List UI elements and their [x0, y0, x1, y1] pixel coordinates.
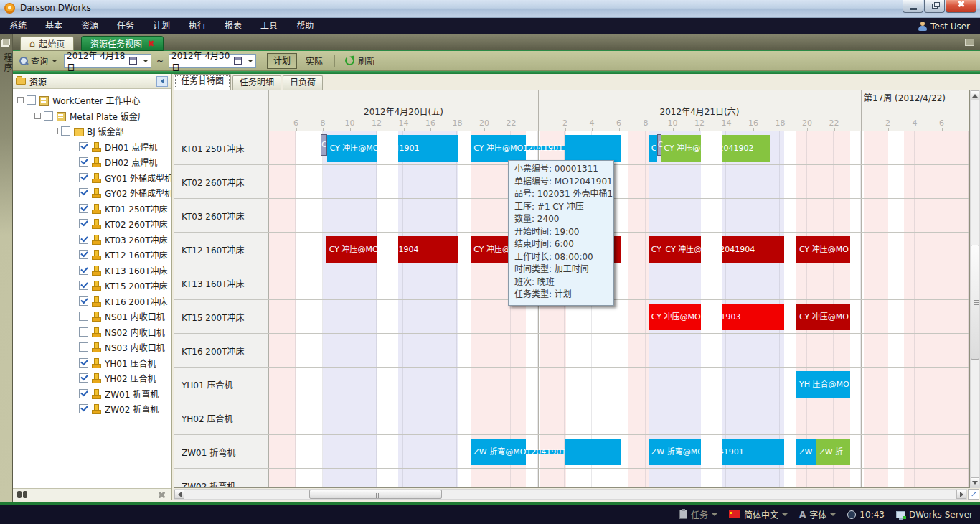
tree-node[interactable]: KT16 200T冲床 [13, 294, 171, 309]
tree-checkbox[interactable] [79, 389, 88, 398]
tree-checkbox[interactable] [79, 188, 88, 197]
tree-checkbox[interactable] [79, 235, 88, 244]
tree-node[interactable]: KT03 260T冲床 [13, 232, 171, 248]
tree-checkbox[interactable] [79, 342, 88, 352]
task-bar[interactable] [649, 304, 701, 330]
tree-checkbox[interactable] [79, 219, 88, 228]
tree-checkbox[interactable] [79, 204, 88, 213]
task-bar[interactable] [649, 135, 657, 162]
task-bar[interactable] [649, 439, 701, 465]
task-bar[interactable] [565, 439, 621, 465]
tree-checkbox[interactable] [79, 312, 88, 321]
task-bar[interactable] [326, 236, 377, 263]
tree-checkbox[interactable] [79, 404, 88, 413]
tree-node[interactable]: KT02 260T冲床 [13, 216, 171, 232]
menu-item-7[interactable]: 工具 [251, 18, 287, 34]
scroll-right-button[interactable] [956, 490, 966, 499]
tree-checkbox[interactable] [44, 111, 53, 121]
menu-item-1[interactable]: 基本 [36, 18, 72, 34]
gantt-tab-0[interactable]: 任务甘特图 [174, 74, 231, 90]
tree-checkbox[interactable] [79, 327, 88, 337]
tree-node[interactable]: WorkCenter 工作中心 [13, 93, 171, 108]
task-drag-handle[interactable]: C [657, 134, 661, 156]
gantt-tab-1[interactable]: 任务明细 [232, 75, 281, 90]
gantt-tab-2[interactable]: 日负荷 [283, 75, 323, 90]
task-bar[interactable] [796, 236, 850, 263]
menu-item-0[interactable]: 系统 [0, 18, 36, 34]
task-bar[interactable] [796, 371, 850, 398]
clear-icon[interactable] [158, 491, 165, 498]
menu-item-3[interactable]: 任务 [108, 18, 143, 34]
find-icon[interactable] [17, 491, 27, 498]
menu-item-4[interactable]: 计划 [143, 18, 179, 34]
tree-checkbox[interactable] [79, 157, 88, 167]
windows-list-icon[interactable] [965, 39, 974, 46]
tree-node[interactable]: NS02 内收口机 [13, 324, 171, 340]
tree-checkbox[interactable] [79, 281, 88, 290]
tree-node[interactable]: YH02 压合机 [13, 370, 171, 386]
task-bar[interactable] [662, 236, 700, 263]
vertical-scrollbar[interactable] [970, 90, 980, 488]
status-server[interactable]: DWorks Server [896, 510, 973, 520]
task-bar[interactable] [722, 135, 770, 162]
goto-task-button[interactable] [968, 489, 979, 500]
task-bar[interactable] [471, 135, 526, 162]
plan-toggle-button[interactable]: 计划 [267, 53, 297, 69]
menu-item-5[interactable]: 执行 [179, 18, 215, 34]
task-bar[interactable] [722, 439, 784, 465]
program-side-strip[interactable]: 程序 [0, 34, 13, 502]
menu-item-8[interactable]: 帮助 [287, 18, 323, 34]
tree-node[interactable]: KT15 200T冲床 [13, 278, 171, 294]
tree-expander-icon[interactable] [34, 113, 41, 119]
tree-checkbox[interactable] [79, 296, 88, 306]
task-bar[interactable] [565, 135, 621, 162]
tree-node[interactable]: ZW01 折弯机 [13, 386, 171, 402]
tree-node[interactable]: GY02 外桶成型机 [13, 185, 171, 201]
user-box[interactable]: Test User [918, 18, 970, 34]
tree-node[interactable]: Metal Plate 钣金厂 [13, 108, 171, 124]
task-bar[interactable] [722, 236, 784, 263]
task-bar[interactable] [471, 439, 526, 465]
task-bar[interactable] [816, 439, 850, 465]
tree-node[interactable]: KT12 160T冲床 [13, 247, 171, 263]
status-tasks-dropdown[interactable]: 任务 [679, 508, 717, 520]
task-bar[interactable] [327, 135, 377, 162]
tree-checkbox[interactable] [79, 142, 88, 151]
tree-node[interactable]: GY01 外桶成型机 [13, 170, 171, 186]
actual-toggle-button[interactable]: 实际 [300, 53, 329, 69]
menu-item-2[interactable]: 资源 [72, 18, 108, 34]
task-bar[interactable] [661, 135, 701, 162]
tree-node[interactable]: KT13 160T冲床 [13, 263, 171, 279]
tree-checkbox[interactable] [61, 126, 70, 136]
tree-node[interactable]: DH01 点焊机 [13, 139, 171, 155]
tree-node[interactable]: BJ 钣金部 [13, 123, 171, 139]
task-bar[interactable] [398, 135, 458, 162]
task-bar[interactable] [398, 236, 458, 263]
tab-close-icon[interactable] [148, 40, 154, 47]
tree-expander-icon[interactable] [17, 97, 24, 103]
refresh-button[interactable]: 刷新 [341, 53, 380, 69]
tree-node[interactable]: DH02 点焊机 [13, 154, 171, 170]
tree-checkbox[interactable] [79, 173, 88, 182]
tree-checkbox[interactable] [79, 373, 88, 383]
date-to-input[interactable]: 2012年 4月30日 [169, 54, 256, 68]
date-from-input[interactable]: 2012年 4月18日 [64, 54, 151, 68]
vertical-scroll-thumb[interactable] [971, 245, 979, 360]
scroll-up-button[interactable] [971, 90, 979, 100]
menu-item-6[interactable]: 报表 [215, 18, 251, 34]
tree-checkbox[interactable] [79, 250, 88, 259]
tree-node[interactable]: ZW02 折弯机 [13, 401, 171, 417]
scroll-down-button[interactable] [971, 477, 979, 487]
status-font-dropdown[interactable]: A 字体 [799, 508, 836, 520]
tree-node[interactable]: NS01 内收口机 [13, 309, 171, 324]
tree-node[interactable]: YH01 压合机 [13, 355, 171, 371]
close-button[interactable] [946, 0, 976, 13]
minimize-button[interactable] [903, 0, 923, 13]
task-bar[interactable] [722, 304, 784, 330]
collapse-panel-button[interactable] [156, 76, 168, 87]
restore-button[interactable] [924, 0, 945, 13]
horizontal-scrollbar[interactable] [174, 489, 967, 500]
task-bar[interactable] [649, 236, 663, 263]
tree-expander-icon[interactable] [52, 128, 58, 134]
tree-node[interactable]: KT01 250T冲床 [13, 201, 171, 217]
